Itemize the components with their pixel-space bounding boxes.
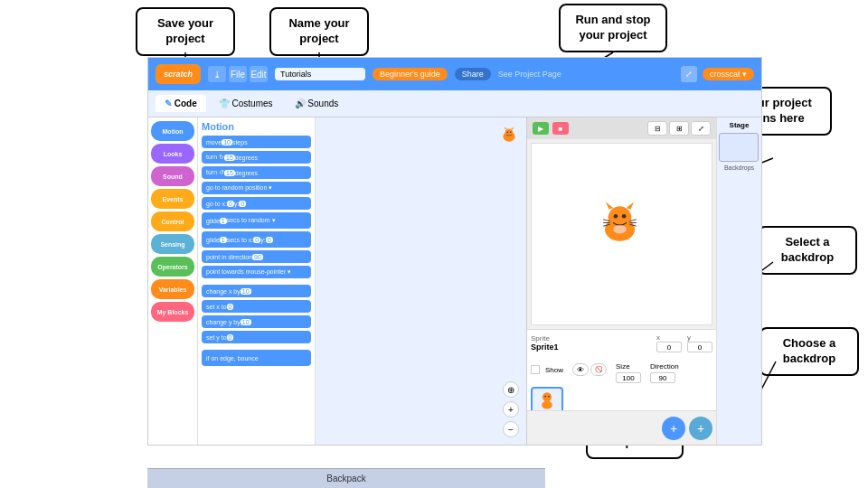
category-operators[interactable]: Operators <box>151 257 194 277</box>
direction-input[interactable]: 90 <box>650 372 675 383</box>
svg-point-20 <box>621 214 626 219</box>
show-checkbox[interactable] <box>531 365 540 374</box>
tab-costumes[interactable]: 👕 Costumes <box>210 95 282 112</box>
tab-sounds[interactable]: 🔊 Sounds <box>286 95 348 112</box>
block-set-x[interactable]: set x to 0 <box>202 300 311 313</box>
select-backdrop-callout: Select a backdrop <box>758 226 857 275</box>
stop-button[interactable]: ■ <box>552 122 569 135</box>
svg-point-21 <box>613 225 627 233</box>
size-label: Size <box>616 362 630 371</box>
blocks-panel: Motion move 10 steps turn ↻ 15 degrees t… <box>198 117 316 445</box>
stage-canvas <box>531 143 712 325</box>
main-area: Motion Looks Sound Events Control Sensin… <box>148 117 761 445</box>
block-turn-ccw[interactable]: turn ↺ 15 degrees <box>202 166 311 179</box>
project-name-input[interactable]: Tutorials <box>275 68 365 80</box>
green-flag-button[interactable]: ▶ <box>533 122 549 135</box>
tab-code[interactable]: ✎ Code <box>156 95 206 112</box>
svg-marker-11 <box>505 127 507 129</box>
svg-point-29 <box>542 400 552 408</box>
stage-tab: Stage Backdrops <box>716 117 761 445</box>
block-change-x[interactable]: change x by 10 <box>202 285 311 297</box>
category-control[interactable]: Control <box>151 211 194 231</box>
sprite-x[interactable]: 0 <box>656 342 682 352</box>
block-move-steps[interactable]: move 10 steps <box>202 136 311 148</box>
category-sensing[interactable]: Sensing <box>151 234 194 254</box>
beginners-guide-btn[interactable]: Beginner's guide <box>373 68 448 80</box>
category-variables[interactable]: Variables <box>151 279 194 299</box>
block-set-y[interactable]: set y to 0 <box>202 331 311 343</box>
name-project-text: Name your project <box>288 16 349 45</box>
block-goto-xy[interactable]: go to x:0 y:0 <box>202 197 311 210</box>
stage-size-controls: ⊟ ⊞ ⤢ <box>647 121 711 136</box>
svg-point-19 <box>613 214 618 219</box>
run-stop-text: Run and stop your project <box>575 13 650 42</box>
choose-backdrop-text: Choose a backdrop <box>783 336 836 365</box>
add-backdrop-button[interactable]: + <box>689 417 712 440</box>
backpack-bar[interactable]: Backpack <box>147 468 545 488</box>
recenter-button[interactable]: ⊕ <box>503 381 519 398</box>
blocks-title: Motion <box>202 121 311 132</box>
choose-backdrop-callout: Choose a backdrop <box>760 327 859 376</box>
menu-bar: scratch ⤓ File Edit Tutorials Beginner's… <box>148 58 761 90</box>
file-menu[interactable]: File <box>229 66 247 82</box>
playback-controls: ▶ ■ <box>533 122 569 135</box>
stage-container: ▶ ■ ⊟ ⊞ ⤢ <box>526 117 716 445</box>
block-turn-cw[interactable]: turn ↻ 15 degrees <box>202 151 311 164</box>
svg-point-30 <box>544 395 546 397</box>
block-point-towards[interactable]: point towards mouse-pointer ▾ <box>202 266 311 278</box>
save-project-text: Save your project <box>157 16 213 45</box>
zoom-out-button[interactable]: − <box>503 421 519 437</box>
edit-menu[interactable]: Edit <box>250 66 268 82</box>
category-looks[interactable]: Looks <box>151 144 194 164</box>
category-sound[interactable]: Sound <box>151 166 194 186</box>
fullscreen-button[interactable]: ⤢ <box>681 66 697 82</box>
block-goto-random[interactable]: go to random position ▾ <box>202 182 311 194</box>
stage-controls: ▶ ■ ⊟ ⊞ ⤢ <box>527 117 716 139</box>
fullscreen-stage-button[interactable]: ⤢ <box>691 121 711 136</box>
svg-point-28 <box>542 392 552 401</box>
see-project-link[interactable]: See Project Page <box>498 70 561 79</box>
show-label: Show <box>545 366 563 374</box>
sprite-thumbnail-code <box>499 125 519 145</box>
stage-tab-label: Stage <box>719 121 760 129</box>
add-buttons-area: + + <box>527 410 716 445</box>
name-project-callout: Name your project <box>269 7 369 56</box>
block-glide-random[interactable]: glide 1 secs to random ▾ <box>202 212 311 229</box>
size-input[interactable]: 100 <box>616 372 641 383</box>
block-glide-xy[interactable]: glide 1 secs to x:0 y:0 <box>202 231 311 248</box>
cat-sprite-stage <box>595 198 645 248</box>
scratch-logo[interactable]: scratch <box>156 64 201 84</box>
block-point-direction[interactable]: point in direction 90 <box>202 250 311 263</box>
backdrop-thumbnail[interactable] <box>719 133 759 162</box>
small-stage-button[interactable]: ⊟ <box>647 121 667 136</box>
category-motion[interactable]: Motion <box>151 121 194 141</box>
scratch-ui: scratch ⤓ File Edit Tutorials Beginner's… <box>147 57 762 446</box>
sprite-info-panel: Sprite Sprite1 x 0 y 0 <box>527 329 716 410</box>
category-events[interactable]: Events <box>151 189 194 209</box>
sprite-name: Sprite1 <box>531 343 559 352</box>
svg-point-13 <box>507 131 509 133</box>
sprite-y[interactable]: 0 <box>687 342 712 352</box>
save-project-callout: Save your project <box>136 7 235 56</box>
share-button[interactable]: Share <box>455 68 491 80</box>
large-stage-button[interactable]: ⊞ <box>669 121 689 136</box>
block-change-y[interactable]: change y by 10 <box>202 315 311 328</box>
category-myblocks[interactable]: My Blocks <box>151 302 194 322</box>
block-if-on-edge[interactable]: if on edge, bounce <box>202 350 311 366</box>
svg-marker-18 <box>626 202 633 210</box>
save-button[interactable]: ⤓ <box>208 66 226 82</box>
svg-marker-12 <box>511 127 514 129</box>
sprite-properties-row: Show 👁 🚫 Size 100 Direction 90 <box>531 356 712 383</box>
zoom-in-button[interactable]: + <box>503 401 519 418</box>
svg-marker-17 <box>606 202 613 210</box>
svg-point-14 <box>510 131 512 133</box>
code-area[interactable]: + − ⊕ <box>316 117 526 445</box>
tab-bar: ✎ Code 👕 Costumes 🔊 Sounds <box>148 90 761 117</box>
hide-toggle[interactable]: 🚫 <box>590 363 607 376</box>
user-menu[interactable]: crosscat ▾ <box>703 68 754 80</box>
add-sprite-button[interactable]: + <box>662 417 685 440</box>
run-stop-callout: Run and stop your project <box>559 4 667 52</box>
show-toggle[interactable]: 👁 <box>572 363 589 376</box>
direction-label: Direction <box>650 362 679 371</box>
sprite-info-header: Sprite Sprite1 x 0 y 0 <box>531 333 712 352</box>
